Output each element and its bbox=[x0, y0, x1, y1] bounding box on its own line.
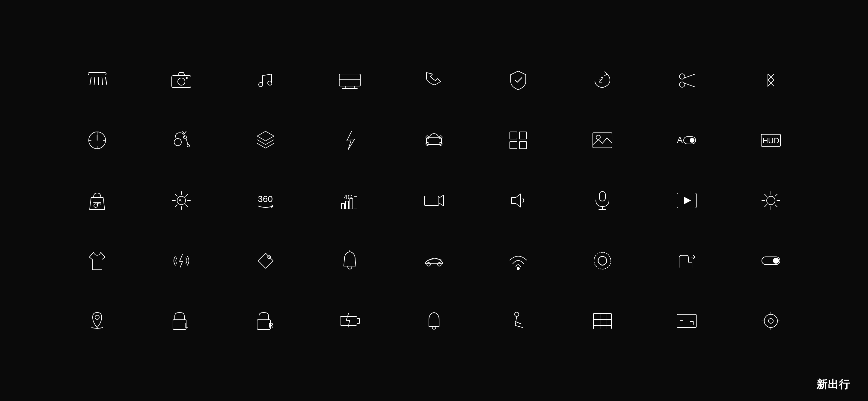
hud-icon: HUD bbox=[729, 110, 813, 170]
lock-left-icon: L bbox=[139, 291, 223, 351]
auto-toggle-icon: A bbox=[645, 110, 729, 170]
svg-text:HUD: HUD bbox=[763, 136, 779, 145]
svg-point-10 bbox=[268, 81, 272, 85]
svg-line-18 bbox=[684, 83, 695, 87]
seat-adjust-icon bbox=[645, 231, 729, 291]
svg-rect-37 bbox=[510, 142, 517, 149]
svg-text:A: A bbox=[179, 198, 182, 203]
svg-text:A: A bbox=[677, 135, 683, 144]
svg-rect-65 bbox=[599, 192, 606, 201]
svg-point-9 bbox=[259, 83, 263, 87]
microphone-icon bbox=[560, 170, 645, 231]
svg-line-17 bbox=[684, 74, 695, 78]
svg-text:z: z bbox=[601, 76, 603, 81]
svg-line-53 bbox=[175, 194, 177, 196]
battery-charge-icon bbox=[308, 291, 392, 351]
car-sport-icon bbox=[392, 231, 476, 291]
svg-line-55 bbox=[186, 194, 188, 196]
svg-point-94 bbox=[515, 312, 519, 316]
svg-marker-69 bbox=[684, 197, 691, 204]
shield-security-icon bbox=[476, 50, 560, 110]
brand-label: 新出行 bbox=[816, 377, 850, 392]
svg-point-42 bbox=[690, 138, 694, 143]
svg-point-32 bbox=[439, 142, 442, 145]
toggle-on-icon bbox=[729, 231, 813, 291]
svg-line-2 bbox=[94, 78, 95, 85]
wifi-icon bbox=[476, 231, 560, 291]
camera-icon bbox=[139, 50, 223, 110]
video-play-icon bbox=[645, 170, 729, 231]
svg-line-76 bbox=[775, 205, 777, 207]
image-icon bbox=[560, 110, 645, 170]
screen-mirror-icon bbox=[308, 50, 392, 110]
svg-line-77 bbox=[775, 194, 777, 196]
svg-point-47 bbox=[94, 204, 97, 207]
svg-line-1 bbox=[90, 78, 91, 85]
music-icon bbox=[223, 50, 308, 110]
svg-rect-0 bbox=[88, 73, 106, 75]
svg-rect-63 bbox=[354, 196, 357, 209]
svg-line-75 bbox=[765, 194, 767, 196]
svg-line-56 bbox=[175, 205, 177, 207]
4g-signal-icon: 4G bbox=[308, 170, 392, 231]
svg-point-16 bbox=[679, 82, 685, 87]
360-view-icon: 360 bbox=[223, 170, 308, 231]
scissors-icon bbox=[645, 50, 729, 110]
svg-point-81 bbox=[427, 262, 430, 266]
volume-low-icon bbox=[476, 170, 560, 231]
brightness-alt-icon bbox=[729, 291, 813, 351]
brightness-icon bbox=[729, 170, 813, 231]
svg-text:4G: 4G bbox=[344, 193, 352, 201]
bell-icon bbox=[308, 231, 392, 291]
seat-recline-icon bbox=[476, 291, 560, 351]
svg-point-101 bbox=[764, 314, 777, 327]
svg-rect-100 bbox=[677, 314, 696, 327]
compass-icon bbox=[55, 110, 139, 170]
lock-right-icon: R bbox=[223, 291, 308, 351]
table-add-icon bbox=[560, 291, 645, 351]
svg-point-88 bbox=[95, 315, 99, 319]
svg-point-31 bbox=[426, 142, 429, 145]
aspect-ratio-icon bbox=[645, 291, 729, 351]
svg-line-27 bbox=[186, 139, 188, 145]
svg-point-84 bbox=[594, 252, 611, 269]
icon-grid: z z bbox=[55, 50, 813, 351]
svg-text:R: R bbox=[269, 321, 273, 329]
svg-point-26 bbox=[183, 136, 186, 139]
svg-point-70 bbox=[767, 196, 775, 205]
bluetooth-icon bbox=[729, 50, 813, 110]
svg-rect-64 bbox=[424, 196, 439, 206]
svg-line-78 bbox=[765, 205, 767, 207]
wireless-charge-icon bbox=[139, 231, 223, 291]
svg-rect-95 bbox=[593, 313, 612, 329]
svg-point-8 bbox=[186, 77, 188, 79]
svg-line-4 bbox=[102, 78, 102, 85]
music-store-icon bbox=[55, 170, 139, 231]
svg-text:360: 360 bbox=[258, 194, 273, 204]
svg-point-40 bbox=[596, 135, 600, 139]
svg-point-82 bbox=[438, 262, 441, 266]
diamond-label-icon bbox=[223, 231, 308, 291]
rotate-right-icon: z z bbox=[560, 50, 645, 110]
grid4-icon bbox=[476, 110, 560, 170]
svg-point-25 bbox=[174, 139, 181, 146]
svg-rect-60 bbox=[341, 203, 344, 209]
layers-icon bbox=[223, 110, 308, 170]
dashcam-icon bbox=[392, 170, 476, 231]
svg-text:L: L bbox=[184, 321, 188, 329]
parking-sensor-icon bbox=[560, 231, 645, 291]
svg-rect-6 bbox=[172, 76, 191, 88]
svg-rect-38 bbox=[519, 142, 527, 149]
rain-sensor-icon bbox=[55, 50, 139, 110]
svg-line-5 bbox=[105, 78, 107, 85]
svg-point-28 bbox=[187, 144, 189, 147]
bell-outline-icon bbox=[392, 291, 476, 351]
svg-rect-11 bbox=[339, 74, 360, 86]
phone-icon bbox=[392, 50, 476, 110]
svg-point-7 bbox=[178, 78, 185, 85]
svg-point-87 bbox=[773, 258, 779, 264]
svg-rect-36 bbox=[519, 132, 527, 139]
svg-marker-29 bbox=[257, 131, 274, 141]
svg-rect-35 bbox=[510, 132, 517, 139]
map-pin-icon bbox=[55, 291, 139, 351]
